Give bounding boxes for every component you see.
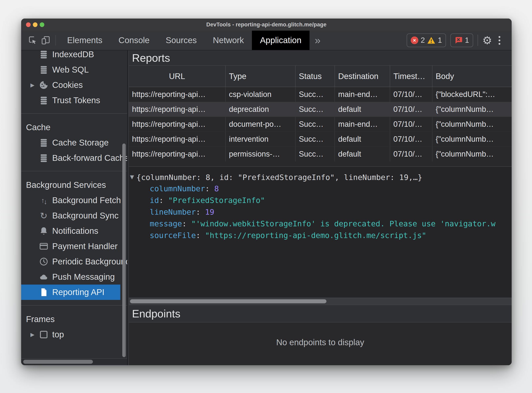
table-bottom-gap <box>129 162 512 166</box>
settings-button[interactable]: ⚙ <box>483 35 492 46</box>
sidebar-section-frames: Frames <box>21 312 127 327</box>
tab-application[interactable]: Application <box>252 31 309 50</box>
column-header-destination[interactable]: Destination <box>335 66 390 87</box>
sidebar-item-web-sql[interactable]: Web SQL <box>21 62 127 77</box>
toolbar-right-cluster: × 2 1 1 ⚙ <box>407 31 512 50</box>
sidebar-item-label: Periodic Background Sync <box>52 257 127 266</box>
column-header-url[interactable]: URL <box>129 66 226 87</box>
database-icon <box>39 50 49 59</box>
sidebar-item-indexeddb[interactable]: IndexedDB <box>21 50 127 62</box>
close-window-button[interactable] <box>26 22 31 27</box>
sidebar-horizontal-scrollbar-track <box>21 358 127 365</box>
sync-arrows-icon: ↻ <box>39 211 49 221</box>
devtools-toolbar: Elements Console Sources Network Applica… <box>21 31 512 50</box>
main-horizontal-scrollbar[interactable] <box>130 299 327 303</box>
property-row[interactable]: lineNumber: 19 <box>129 206 512 218</box>
sidebar-section-background-services: Background Services <box>21 177 127 193</box>
sidebar-vertical-scrollbar[interactable] <box>122 143 126 357</box>
cell-status: Succ… <box>296 117 335 132</box>
database-icon <box>39 96 49 105</box>
cell-body: {"columnNumb… <box>432 102 512 117</box>
main-horizontal-scrollbar-track <box>129 298 512 305</box>
table-row-document-policy[interactable]: https://reporting-api… document-po… Succ… <box>129 117 512 132</box>
property-value: "https://reporting-api-demo.glitch.me/sc… <box>205 231 426 240</box>
endpoints-empty-message: No endpoints to display <box>276 338 364 350</box>
column-header-type[interactable]: Type <box>226 66 296 87</box>
reports-section-header: Reports <box>129 50 512 66</box>
sidebar-item-payment-handler[interactable]: Payment Handler <box>21 239 127 254</box>
property-row[interactable]: columnNumber: 8 <box>129 183 512 195</box>
tab-console[interactable]: Console <box>110 31 158 50</box>
table-row-deprecation[interactable]: https://reporting-api… deprecation Succ…… <box>129 102 512 117</box>
sidebar-item-label: Payment Handler <box>52 241 118 251</box>
sidebar-item-cookies[interactable]: ▶ Cookies <box>21 77 127 93</box>
sidebar-item-back-forward-cache[interactable]: Back-forward Cache <box>21 150 127 166</box>
sidebar-item-label: Notifications <box>52 226 98 236</box>
sidebar-item-cache-storage[interactable]: Cache Storage <box>21 135 127 150</box>
property-row[interactable]: sourceFile: "https://reporting-api-demo.… <box>129 230 512 241</box>
cell-destination: main-end… <box>335 87 390 102</box>
sidebar-section-cache: Cache <box>21 120 127 135</box>
more-tabs-button[interactable]: » <box>310 31 326 50</box>
object-preview-row[interactable]: ▼{columnNumber: 8, id: "PrefixedStorageI… <box>129 171 512 183</box>
sidebar-item-push-messaging[interactable]: Push Messaging <box>21 269 127 285</box>
property-key: sourceFile <box>150 231 196 240</box>
error-icon: × <box>411 36 418 44</box>
cell-timestamp: 07/10/… <box>390 87 432 102</box>
cell-destination: default <box>335 132 390 147</box>
inspect-element-button[interactable] <box>26 31 39 50</box>
console-summary-badge[interactable]: × 2 1 <box>407 34 446 47</box>
error-count: 2 <box>421 36 425 44</box>
sidebar-item-reporting-api[interactable]: Reporting API <box>21 285 127 300</box>
issues-count: 1 <box>465 36 469 44</box>
warning-icon <box>427 37 435 44</box>
sidebar-item-notifications[interactable]: Notifications <box>21 223 127 239</box>
sidebar-horizontal-scrollbar[interactable] <box>23 360 93 364</box>
cell-status: Succ… <box>296 147 335 162</box>
sidebar-item-background-fetch[interactable]: ↑↓ Background Fetch <box>21 193 127 208</box>
sidebar-item-label: Cache Storage <box>52 138 109 147</box>
sidebar-item-top-frame[interactable]: ▶ top <box>21 327 127 342</box>
tab-sources[interactable]: Sources <box>158 31 205 50</box>
table-row-intervention[interactable]: https://reporting-api… intervention Succ… <box>129 132 512 147</box>
disclosure-triangle-icon[interactable]: ▶ <box>30 332 39 338</box>
sidebar-item-label: Back-forward Cache <box>52 153 127 163</box>
database-icon <box>39 138 49 147</box>
table-row-permissions-policy[interactable]: https://reporting-api… permissions-… Suc… <box>129 147 512 162</box>
customize-menu-button[interactable] <box>497 36 502 45</box>
issues-badge[interactable]: 1 <box>450 34 473 47</box>
sidebar-item-label: Background Sync <box>52 211 118 221</box>
cell-timestamp: 07/10/… <box>390 132 432 147</box>
disclosure-triangle-icon[interactable]: ▶ <box>30 82 39 88</box>
tab-network[interactable]: Network <box>205 31 252 50</box>
minimize-window-button[interactable] <box>33 22 38 27</box>
window-title: DevTools - reporting-api-demo.glitch.me/… <box>206 22 327 28</box>
column-header-body[interactable]: Body <box>432 66 512 87</box>
document-icon <box>39 287 49 297</box>
property-row[interactable]: message: "'window.webkitStorageInfo' is … <box>129 218 512 230</box>
gear-icon: ⚙ <box>483 35 492 46</box>
property-row[interactable]: id: "PrefixedStorageInfo" <box>129 195 512 206</box>
column-header-status[interactable]: Status <box>296 66 335 87</box>
table-row-csp-violation[interactable]: https://reporting-api… csp-violation Suc… <box>129 87 512 102</box>
property-value: "PrefixedStorageInfo" <box>168 196 265 205</box>
cell-timestamp: 07/10/… <box>390 102 432 117</box>
column-header-timestamp[interactable]: Timest… <box>390 66 432 87</box>
device-toolbar-button[interactable] <box>39 31 52 50</box>
sidebar-item-background-sync[interactable]: ↻ Background Sync <box>21 208 127 223</box>
expand-triangle-icon[interactable]: ▼ <box>130 171 134 183</box>
sidebar-item-label: top <box>52 330 64 339</box>
toolbar-divider <box>478 35 478 46</box>
fullscreen-window-button[interactable] <box>40 22 44 27</box>
report-body-detail: ▼{columnNumber: 8, id: "PrefixedStorageI… <box>129 166 512 298</box>
chevron-double-right-icon: » <box>315 34 321 46</box>
sidebar-item-trust-tokens[interactable]: Trust Tokens <box>21 93 127 108</box>
cell-body: {"blockedURL":… <box>432 87 512 102</box>
sidebar-item-label: Trust Tokens <box>52 96 100 105</box>
cookie-icon <box>39 80 49 90</box>
reports-table-header: URL Type Status Destination Timest… Body <box>129 66 512 87</box>
cloud-icon <box>39 272 49 282</box>
tab-elements[interactable]: Elements <box>59 31 110 50</box>
sidebar-item-periodic-background-sync[interactable]: Periodic Background Sync <box>21 254 127 269</box>
cell-url: https://reporting-api… <box>129 117 226 132</box>
